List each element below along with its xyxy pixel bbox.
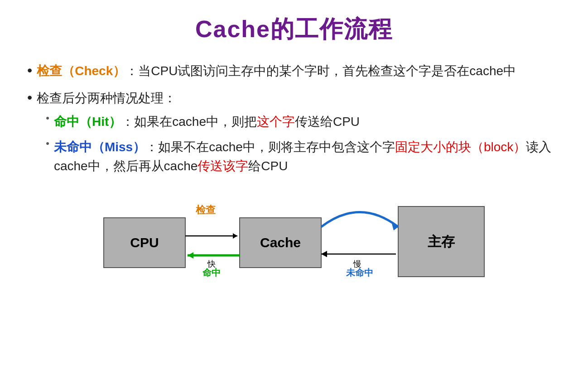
mem-to-cache-arrowhead [321, 251, 327, 257]
cpu-to-cache-arrowhead [233, 233, 237, 239]
bullet-1-text: ：当CPU试图访问主存中的某个字时，首先检查这个字是否在cache中 [125, 64, 516, 78]
main-mem-label: 主存 [428, 234, 455, 249]
sub-2-pre: ：如果不在cache中，则将主存中包含这个字 [145, 140, 395, 154]
bullet-1-content: 检查（Check）：当CPU试图访问主存中的某个字时，首先检查这个字是否在cac… [37, 62, 561, 81]
sub-1-pre: ：如果在cache中，则把 [121, 115, 257, 129]
sub-1-post: 传送给CPU [295, 115, 360, 129]
sub-1-red: 这个字 [257, 115, 295, 129]
sub-item-hit: • 命中（Hit）：如果在cache中，则把这个字传送给CPU [46, 112, 561, 131]
bullet-2-content: 检查后分两种情况处理： • 命中（Hit）：如果在cache中，则把这个字传送给… [37, 89, 561, 182]
sub-2-red: 固定大小的块（block） [395, 140, 526, 154]
slow-label: 慢 [353, 259, 361, 269]
sub-2-red2: 传送该字 [198, 159, 248, 173]
bullet-item-2: • 检查后分两种情况处理： • 命中（Hit）：如果在cache中，则把这个字传… [27, 89, 561, 182]
fast-label: 快 [207, 259, 216, 269]
bullet-dot-1: • [27, 62, 32, 79]
cache-to-cpu-arrowhead [188, 252, 193, 259]
sub-item-miss: • 未命中（Miss）：如果不在cache中，则将主存中包含这个字固定大小的块（… [46, 138, 561, 176]
sub-2-post2: 给CPU [248, 159, 288, 173]
page-container: Cache的工作流程 • 检查（Check）：当CPU试图访问主存中的某个字时，… [0, 0, 588, 379]
sub-2-content: 未命中（Miss）：如果不在cache中，则将主存中包含这个字固定大小的块（bl… [54, 138, 561, 176]
miss-arrow-label: 未命中 [346, 268, 373, 278]
sub-dot-2: • [46, 138, 49, 149]
check-label: 检查（Check） [37, 64, 125, 78]
bullet-2-text: 检查后分两种情况处理： [37, 91, 176, 105]
bullet-dot-2: • [27, 89, 32, 106]
check-arrow-label: 检查 [195, 204, 216, 216]
sub-1-content: 命中（Hit）：如果在cache中，则把这个字传送给CPU [54, 112, 360, 131]
cache-diagram: CPU Cache 主存 检查 快 命中 [90, 193, 498, 288]
miss-label: 未命中（Miss） [54, 140, 145, 154]
hit-label: 命中（Hit） [54, 115, 121, 129]
sub-bullet-list: • 命中（Hit）：如果在cache中，则把这个字传送给CPU • 未命中（Mi… [37, 112, 561, 176]
page-title: Cache的工作流程 [27, 14, 561, 45]
cpu-label: CPU [130, 235, 159, 250]
main-bullet-list: • 检查（Check）：当CPU试图访问主存中的某个字时，首先检查这个字是否在c… [27, 62, 561, 182]
cache-label: Cache [260, 235, 301, 250]
hit-arrow-label: 命中 [202, 268, 221, 278]
diagram-area: CPU Cache 主存 检查 快 命中 [27, 193, 561, 288]
bullet-item-1: • 检查（Check）：当CPU试图访问主存中的某个字时，首先检查这个字是否在c… [27, 62, 561, 81]
cache-to-mem-curve [321, 212, 398, 227]
sub-dot-1: • [46, 112, 49, 124]
